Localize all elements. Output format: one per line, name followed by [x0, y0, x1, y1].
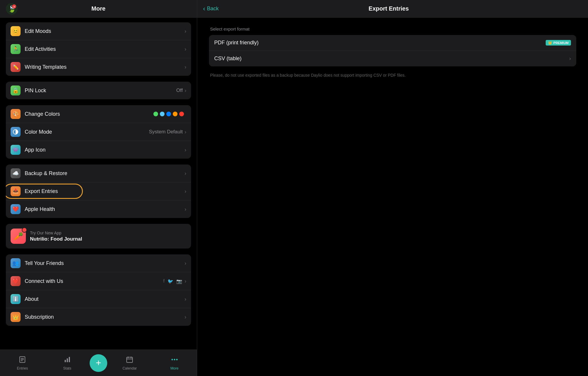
writing-templates-chevron: ›	[185, 64, 186, 70]
tab-stats[interactable]: Stats	[45, 356, 90, 370]
writing-templates-row[interactable]: ✏️ Writing Templates ›	[6, 58, 191, 76]
crown-icon: 👑	[548, 41, 552, 45]
more-icon	[171, 356, 178, 365]
edit-moods-chevron: ›	[185, 28, 186, 34]
pin-lock-row[interactable]: 🔒 PIN Lock Off ›	[6, 82, 191, 99]
svg-rect-9	[65, 360, 66, 362]
apple-health-label: Apple Health	[25, 206, 185, 212]
entries-label: Entries	[17, 366, 28, 370]
right-header: ‹ Back Export Entries	[197, 0, 588, 18]
color-mode-value: System Default	[149, 129, 183, 135]
color-dot-orange	[173, 112, 177, 116]
about-icon: ℹ️	[11, 294, 21, 304]
color-mode-row[interactable]: Color Mode System Default ›	[6, 123, 191, 141]
promo-title: Nutrilio: Food Journal	[30, 236, 82, 242]
stats-label: Stats	[63, 366, 71, 370]
about-chevron: ›	[185, 296, 186, 302]
connect-with-us-icon: ❤️	[11, 276, 21, 286]
color-mode-icon	[11, 127, 21, 137]
svg-point-18	[176, 359, 177, 360]
back-chevron-icon: ‹	[203, 5, 205, 13]
backup-restore-chevron: ›	[185, 170, 186, 177]
apple-health-row[interactable]: ❤️ Apple Health ›	[6, 200, 191, 218]
export-entries-row[interactable]: 📤 Export Entries ›	[6, 182, 191, 200]
svg-point-16	[171, 359, 173, 360]
backup-restore-row[interactable]: ☁️ Backup & Restore ›	[6, 164, 191, 182]
subscription-label: Subscription	[25, 314, 185, 320]
app-logo: 🍃 ✦	[6, 3, 18, 15]
tab-bar: Entries Stats + Calenda	[0, 350, 197, 376]
writing-templates-label: Writing Templates	[25, 64, 185, 70]
calendar-icon	[126, 356, 133, 365]
apple-health-icon: ❤️	[11, 204, 21, 214]
about-row[interactable]: ℹ️ About ›	[6, 290, 191, 308]
tell-friends-label: Tell Your Friends	[25, 260, 185, 266]
color-dot-green	[153, 112, 158, 116]
more-label: More	[170, 366, 178, 370]
promo-badge	[22, 227, 27, 233]
change-colors-icon: 🎨	[11, 109, 21, 119]
color-mode-label: Color Mode	[25, 129, 149, 135]
promo-subtitle: Try Our New App	[30, 231, 82, 235]
left-scroll-area[interactable]: 😊 Edit Moods › 🏃 Edit Activities › ✏️ Wr…	[0, 18, 197, 350]
app-icon-label: App Icon	[25, 147, 185, 153]
settings-group-pin: 🔒 PIN Lock Off ›	[6, 82, 191, 99]
tab-calendar[interactable]: Calendar	[107, 356, 152, 370]
left-panel: 🍃 ✦ More 😊 Edit Moods › 🏃 Edit Activitie…	[0, 0, 197, 376]
csv-export-row[interactable]: CSV (table) ›	[209, 51, 576, 66]
subscription-row[interactable]: 👑 Subscription ›	[6, 308, 191, 326]
promo-icon: 🥕	[11, 229, 26, 244]
pdf-export-row[interactable]: PDF (print friendly) 👑 PREMIUM	[209, 35, 576, 51]
pin-lock-value: Off	[176, 88, 183, 93]
color-dot-darkblue	[166, 112, 171, 116]
premium-label: PREMIUM	[553, 41, 569, 45]
apple-health-chevron: ›	[185, 206, 186, 212]
backup-restore-label: Backup & Restore	[25, 170, 185, 177]
svg-rect-12	[127, 357, 133, 362]
about-label: About	[25, 296, 185, 302]
csv-chevron: ›	[569, 56, 571, 62]
connect-with-us-row[interactable]: ❤️ Connect with Us f 🐦 📷 ›	[6, 272, 191, 290]
export-entries-icon: 📤	[11, 186, 21, 196]
left-header: 🍃 ✦ More	[0, 0, 197, 18]
tell-friends-icon: 👥	[11, 258, 21, 268]
promo-card[interactable]: 🥕 Try Our New App Nutrilio: Food Journal	[6, 224, 191, 249]
subscription-icon: 👑	[11, 312, 21, 322]
pin-lock-label: PIN Lock	[25, 88, 176, 94]
edit-moods-row[interactable]: 😊 Edit Moods ›	[6, 22, 191, 40]
color-dot-blue	[160, 112, 165, 116]
svg-rect-11	[69, 357, 70, 362]
instagram-icon: 📷	[176, 278, 182, 284]
csv-label: CSV (table)	[214, 56, 567, 62]
edit-activities-chevron: ›	[185, 46, 186, 52]
tab-entries[interactable]: Entries	[0, 356, 45, 370]
export-options: PDF (print friendly) 👑 PREMIUM CSV (tabl…	[209, 35, 576, 66]
writing-templates-icon: ✏️	[11, 62, 21, 72]
connect-with-us-chevron: ›	[185, 278, 186, 284]
color-mode-chevron: ›	[185, 129, 186, 135]
export-entries-label: Export Entries	[25, 188, 185, 194]
tab-more[interactable]: More	[152, 356, 197, 370]
edit-activities-row[interactable]: 🏃 Edit Activities ›	[6, 40, 191, 58]
add-button[interactable]: +	[90, 354, 107, 372]
edit-activities-label: Edit Activities	[25, 46, 185, 52]
color-dot-red	[179, 112, 184, 116]
back-label: Back	[207, 6, 219, 12]
settings-group-moods: 😊 Edit Moods › 🏃 Edit Activities › ✏️ Wr…	[6, 22, 191, 76]
backup-restore-icon: ☁️	[11, 168, 21, 178]
right-content: Select export format PDF (print friendly…	[197, 18, 588, 376]
pdf-label: PDF (print friendly)	[214, 40, 546, 46]
change-colors-row[interactable]: 🎨 Change Colors	[6, 105, 191, 123]
stats-icon	[63, 356, 71, 365]
premium-badge: 👑 PREMIUM	[546, 40, 571, 46]
tell-friends-row[interactable]: 👥 Tell Your Friends ›	[6, 254, 191, 272]
svg-rect-10	[67, 358, 68, 362]
settings-group-appearance: 🎨 Change Colors Color Mode	[6, 105, 191, 159]
twitter-icon: 🐦	[167, 278, 173, 284]
app-icon-chevron: ›	[185, 147, 186, 153]
svg-text:✦: ✦	[13, 6, 15, 8]
facebook-icon: f	[163, 278, 165, 284]
back-button[interactable]: ‹ Back	[203, 5, 219, 13]
subscription-chevron: ›	[185, 314, 186, 320]
app-icon-row[interactable]: 👾 App Icon ›	[6, 141, 191, 159]
